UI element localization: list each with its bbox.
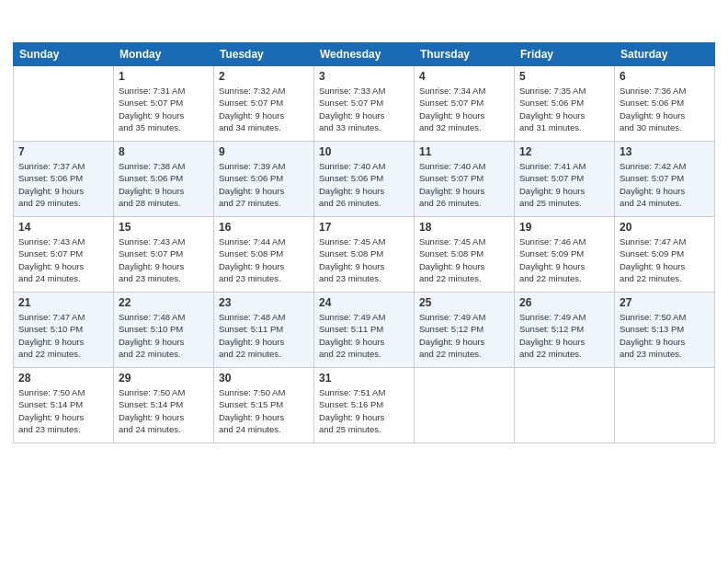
header: General Blue (13, 9, 715, 35)
day-number: 30 (219, 372, 309, 385)
calendar-cell: 20Sunrise: 7:47 AM Sunset: 5:09 PM Dayli… (615, 217, 715, 293)
day-number: 24 (319, 296, 409, 309)
day-info: Sunrise: 7:43 AM Sunset: 5:07 PM Dayligh… (119, 236, 209, 284)
calendar-cell: 3Sunrise: 7:33 AM Sunset: 5:07 PM Daylig… (314, 66, 415, 142)
calendar-cell: 23Sunrise: 7:48 AM Sunset: 5:11 PM Dayli… (214, 293, 314, 368)
calendar-cell: 1Sunrise: 7:31 AM Sunset: 5:07 PM Daylig… (114, 66, 214, 142)
weekday-header-wednesday: Wednesday (314, 43, 415, 66)
calendar-cell: 5Sunrise: 7:35 AM Sunset: 5:06 PM Daylig… (515, 66, 615, 142)
calendar-cell: 9Sunrise: 7:39 AM Sunset: 5:06 PM Daylig… (214, 142, 314, 217)
day-number: 4 (419, 70, 509, 83)
day-info: Sunrise: 7:35 AM Sunset: 5:06 PM Dayligh… (519, 85, 609, 133)
calendar-cell: 18Sunrise: 7:45 AM Sunset: 5:08 PM Dayli… (415, 217, 515, 293)
day-info: Sunrise: 7:43 AM Sunset: 5:07 PM Dayligh… (18, 236, 108, 284)
calendar-week-1: 1Sunrise: 7:31 AM Sunset: 5:07 PM Daylig… (14, 66, 715, 142)
calendar-cell: 21Sunrise: 7:47 AM Sunset: 5:10 PM Dayli… (14, 293, 114, 368)
calendar-cell: 10Sunrise: 7:40 AM Sunset: 5:06 PM Dayli… (314, 142, 415, 217)
day-info: Sunrise: 7:46 AM Sunset: 5:09 PM Dayligh… (519, 236, 609, 284)
day-info: Sunrise: 7:34 AM Sunset: 5:07 PM Dayligh… (419, 85, 509, 133)
day-info: Sunrise: 7:41 AM Sunset: 5:07 PM Dayligh… (519, 160, 609, 209)
calendar-cell: 17Sunrise: 7:45 AM Sunset: 5:08 PM Dayli… (314, 217, 415, 293)
day-number: 17 (319, 221, 409, 234)
calendar-cell: 28Sunrise: 7:50 AM Sunset: 5:14 PM Dayli… (14, 368, 114, 443)
calendar-cell: 8Sunrise: 7:38 AM Sunset: 5:06 PM Daylig… (114, 142, 214, 217)
weekday-header-tuesday: Tuesday (214, 43, 314, 66)
day-number: 2 (219, 70, 309, 83)
day-number: 6 (620, 70, 710, 83)
calendar-cell: 11Sunrise: 7:40 AM Sunset: 5:07 PM Dayli… (415, 142, 515, 217)
day-number: 13 (620, 145, 710, 158)
calendar-cell: 29Sunrise: 7:50 AM Sunset: 5:14 PM Dayli… (114, 368, 214, 443)
day-number: 21 (18, 296, 108, 309)
day-info: Sunrise: 7:31 AM Sunset: 5:07 PM Dayligh… (119, 85, 209, 133)
day-number: 22 (119, 296, 209, 309)
page: General Blue SundayMondayTuesdayWednesda… (0, 0, 728, 563)
calendar-cell: 12Sunrise: 7:41 AM Sunset: 5:07 PM Dayli… (515, 142, 615, 217)
day-info: Sunrise: 7:50 AM Sunset: 5:15 PM Dayligh… (219, 386, 309, 435)
calendar-cell (415, 368, 515, 443)
day-number: 28 (18, 372, 108, 385)
weekday-header-row: SundayMondayTuesdayWednesdayThursdayFrid… (14, 43, 715, 66)
calendar-cell: 19Sunrise: 7:46 AM Sunset: 5:09 PM Dayli… (515, 217, 615, 293)
day-number: 12 (519, 145, 609, 158)
day-number: 8 (119, 145, 209, 158)
day-number: 1 (119, 70, 209, 83)
day-number: 29 (119, 372, 209, 385)
day-number: 14 (18, 221, 108, 234)
day-number: 5 (519, 70, 609, 83)
day-info: Sunrise: 7:50 AM Sunset: 5:13 PM Dayligh… (620, 311, 710, 360)
calendar-cell: 13Sunrise: 7:42 AM Sunset: 5:07 PM Dayli… (615, 142, 715, 217)
day-number: 19 (519, 221, 609, 234)
weekday-header-sunday: Sunday (14, 43, 114, 66)
calendar-cell: 15Sunrise: 7:43 AM Sunset: 5:07 PM Dayli… (114, 217, 214, 293)
calendar-week-4: 21Sunrise: 7:47 AM Sunset: 5:10 PM Dayli… (14, 293, 715, 368)
day-info: Sunrise: 7:51 AM Sunset: 5:16 PM Dayligh… (319, 386, 409, 435)
day-info: Sunrise: 7:32 AM Sunset: 5:07 PM Dayligh… (219, 85, 309, 133)
day-number: 15 (119, 221, 209, 234)
weekday-header-monday: Monday (114, 43, 214, 66)
calendar-cell: 14Sunrise: 7:43 AM Sunset: 5:07 PM Dayli… (14, 217, 114, 293)
calendar-cell: 24Sunrise: 7:49 AM Sunset: 5:11 PM Dayli… (314, 293, 415, 368)
day-number: 7 (18, 145, 108, 158)
calendar-cell: 4Sunrise: 7:34 AM Sunset: 5:07 PM Daylig… (415, 66, 515, 142)
day-info: Sunrise: 7:50 AM Sunset: 5:14 PM Dayligh… (119, 386, 209, 435)
calendar-cell: 30Sunrise: 7:50 AM Sunset: 5:15 PM Dayli… (214, 368, 314, 443)
calendar-cell: 25Sunrise: 7:49 AM Sunset: 5:12 PM Dayli… (415, 293, 515, 368)
calendar-week-5: 28Sunrise: 7:50 AM Sunset: 5:14 PM Dayli… (14, 368, 715, 443)
calendar-cell (515, 368, 615, 443)
calendar-cell: 16Sunrise: 7:44 AM Sunset: 5:08 PM Dayli… (214, 217, 314, 293)
day-info: Sunrise: 7:45 AM Sunset: 5:08 PM Dayligh… (319, 236, 409, 284)
day-info: Sunrise: 7:40 AM Sunset: 5:06 PM Dayligh… (319, 160, 409, 209)
day-info: Sunrise: 7:33 AM Sunset: 5:07 PM Dayligh… (319, 85, 409, 133)
day-info: Sunrise: 7:49 AM Sunset: 5:11 PM Dayligh… (319, 311, 409, 360)
day-number: 10 (319, 145, 409, 158)
day-info: Sunrise: 7:48 AM Sunset: 5:11 PM Dayligh… (219, 311, 309, 360)
calendar: SundayMondayTuesdayWednesdayThursdayFrid… (13, 42, 715, 443)
day-info: Sunrise: 7:45 AM Sunset: 5:08 PM Dayligh… (419, 236, 509, 284)
day-info: Sunrise: 7:49 AM Sunset: 5:12 PM Dayligh… (419, 311, 509, 360)
calendar-cell: 22Sunrise: 7:48 AM Sunset: 5:10 PM Dayli… (114, 293, 214, 368)
day-info: Sunrise: 7:40 AM Sunset: 5:07 PM Dayligh… (419, 160, 509, 209)
calendar-cell: 31Sunrise: 7:51 AM Sunset: 5:16 PM Dayli… (314, 368, 415, 443)
logo: General Blue (13, 9, 17, 35)
calendar-cell: 7Sunrise: 7:37 AM Sunset: 5:06 PM Daylig… (14, 142, 114, 217)
calendar-cell: 2Sunrise: 7:32 AM Sunset: 5:07 PM Daylig… (214, 66, 314, 142)
day-number: 27 (620, 296, 710, 309)
day-number: 26 (519, 296, 609, 309)
day-number: 31 (319, 372, 409, 385)
day-number: 18 (419, 221, 509, 234)
day-number: 9 (219, 145, 309, 158)
weekday-header-saturday: Saturday (615, 43, 715, 66)
day-info: Sunrise: 7:38 AM Sunset: 5:06 PM Dayligh… (119, 160, 209, 209)
day-info: Sunrise: 7:47 AM Sunset: 5:10 PM Dayligh… (18, 311, 108, 360)
weekday-header-thursday: Thursday (415, 43, 515, 66)
day-info: Sunrise: 7:36 AM Sunset: 5:06 PM Dayligh… (620, 85, 710, 133)
day-number: 3 (319, 70, 409, 83)
calendar-week-3: 14Sunrise: 7:43 AM Sunset: 5:07 PM Dayli… (14, 217, 715, 293)
day-info: Sunrise: 7:44 AM Sunset: 5:08 PM Dayligh… (219, 236, 309, 284)
day-info: Sunrise: 7:39 AM Sunset: 5:06 PM Dayligh… (219, 160, 309, 209)
calendar-cell: 27Sunrise: 7:50 AM Sunset: 5:13 PM Dayli… (615, 293, 715, 368)
calendar-week-2: 7Sunrise: 7:37 AM Sunset: 5:06 PM Daylig… (14, 142, 715, 217)
calendar-cell (615, 368, 715, 443)
calendar-cell (14, 66, 114, 142)
